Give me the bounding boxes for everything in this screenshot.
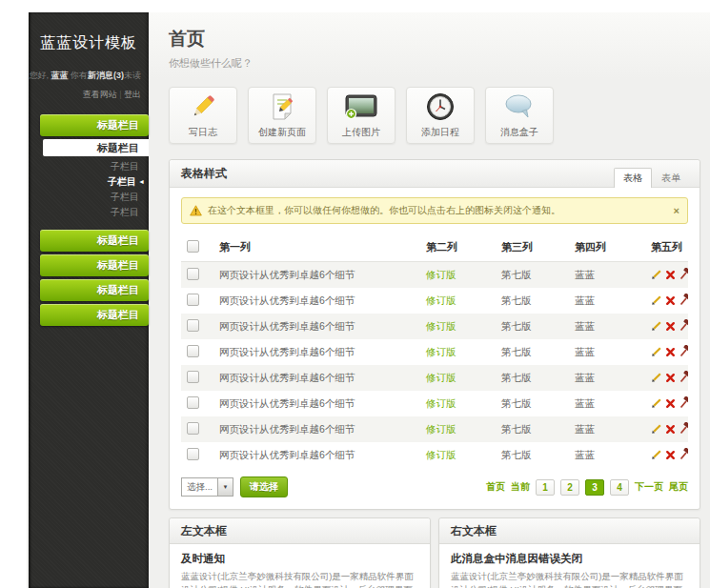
hammer-icon[interactable] [679,422,688,436]
pager-page-button[interactable]: 1 [536,479,555,496]
quick-action-button[interactable]: 消息盒子 [485,87,554,144]
pager-page-button[interactable]: 4 [610,479,629,496]
sidebar-item-label: 子栏目 [111,192,139,202]
edit-pencil-icon[interactable] [651,449,662,462]
pager-link[interactable]: 下一页 [635,480,663,494]
revision-link[interactable]: 修订版 [426,397,456,409]
cell-author: 蓝蓝 [571,416,647,442]
pager-link[interactable]: 当前 [511,480,530,494]
left-panel-heading: 及时通知 [181,552,418,566]
revision-link[interactable]: 修订版 [426,320,456,332]
pager-page-button[interactable]: 2 [560,479,579,496]
bulk-action-select[interactable]: 选择... ▼ [181,477,233,497]
row-checkbox[interactable] [187,345,199,357]
left-panel-title: 左文本框 [170,524,227,537]
edit-pencil-icon[interactable] [651,372,662,385]
revision-link[interactable]: 修订版 [426,372,456,383]
sidebar-section-item[interactable]: 标题栏目 [40,304,149,326]
cell-author: 蓝蓝 [571,365,647,391]
data-table: 第一列第二列第三列第四列第五列网页设计从优秀到卓越6个细节修订版第七版蓝蓝网页设… [181,233,688,468]
column-header: 第二列 [422,233,497,262]
sidebar-sub-item[interactable]: 子栏目◄ [40,174,149,190]
pager-link[interactable]: 首页 [486,480,505,494]
row-actions [647,416,688,442]
table-panel-title: 表格样式 [170,167,227,180]
pager-page-button[interactable]: 3 [585,479,604,496]
sidebar-section-item[interactable]: 标题栏目 [43,139,149,156]
image-icon [345,91,377,122]
pager-link[interactable]: 尾页 [669,480,688,494]
cell-edition: 第七版 [497,365,571,391]
hammer-icon[interactable] [679,371,688,385]
hammer-icon[interactable] [679,396,688,411]
edit-pencil-icon[interactable] [651,320,662,334]
delete-icon[interactable] [665,347,676,359]
close-icon[interactable]: × [674,204,680,217]
delete-icon[interactable] [665,398,676,411]
cell-edition: 第七版 [497,262,571,289]
sidebar-section-item[interactable]: 标题栏目 [40,254,149,276]
hammer-icon[interactable] [679,294,688,308]
revision-link[interactable]: 修订版 [426,269,456,280]
new-message-count: 新消息(3) [88,71,124,80]
edit-pencil-icon[interactable] [651,346,662,359]
edit-pencil-icon[interactable] [651,397,662,411]
right-panel-title: 右文本框 [439,524,497,537]
view-site-link[interactable]: 查看网站 [83,90,117,99]
column-header: 第五列 [647,233,688,262]
row-checkbox[interactable] [187,396,199,409]
quick-action-label: 消息盒子 [500,126,538,139]
cell-author: 蓝蓝 [571,288,647,314]
panel-tab[interactable]: 表单 [652,168,690,188]
sidebar-sub-item[interactable]: 子栏目 [40,190,149,205]
hammer-icon[interactable] [679,268,688,282]
row-checkbox[interactable] [187,268,199,280]
row-checkbox[interactable] [187,319,199,332]
apply-button[interactable]: 请选择 [240,476,288,497]
cell-title: 网页设计从优秀到卓越6个细节 [215,365,422,391]
edit-pencil-icon[interactable] [651,294,662,308]
quick-action-button[interactable]: 写日志 [169,87,237,144]
sidebar-sub-item[interactable]: 子栏目 [40,159,149,174]
edit-pencil-icon[interactable] [651,423,662,436]
app-title: 蓝蓝设计模板 [32,33,145,53]
column-header: 第四列 [571,233,647,262]
revision-link[interactable]: 修订版 [426,423,456,435]
delete-icon[interactable] [665,321,676,334]
current-item-arrow-icon: ◄ [138,178,145,185]
edit-pencil-icon[interactable] [651,269,662,282]
row-actions [647,314,688,339]
sidebar-item-label: 标题栏目 [97,142,139,153]
sidebar-section-item[interactable]: 标题栏目 [40,279,149,301]
select-all-checkbox[interactable] [187,240,199,253]
delete-icon[interactable] [665,270,676,282]
hammer-icon[interactable] [679,345,688,359]
bulk-action-controls: 选择... ▼ 请选择 [181,476,288,497]
panel-tabs: 表格表单 [614,168,690,188]
row-checkbox[interactable] [187,422,199,435]
revision-link[interactable]: 修订版 [426,294,456,306]
hammer-icon[interactable] [679,448,688,462]
row-checkbox[interactable] [187,371,199,383]
sidebar-section-item[interactable]: 标题栏目 [40,114,149,136]
revision-link[interactable]: 修订版 [426,346,456,357]
logout-link[interactable]: 登出 [124,90,141,99]
delete-icon[interactable] [665,295,676,308]
row-checkbox[interactable] [187,448,199,460]
delete-icon[interactable] [665,450,676,462]
quick-action-button[interactable]: 创建新页面 [248,87,316,144]
panel-tab[interactable]: 表格 [614,168,652,188]
sidebar-section-item[interactable]: 标题栏目 [40,230,149,252]
notice-text: 在这个文本框里，你可以做任何你想做的。你也可以点击右上的图标关闭这个通知。 [208,204,560,217]
right-text-panel: 右文本框 此消息盒中消息因错误关闭 蓝蓝设计(北京兰亭妙微科技有限公司)是一家精… [438,517,700,588]
row-checkbox[interactable] [187,294,199,306]
sidebar-item-label: 子栏目 [108,176,136,187]
quick-action-button[interactable]: 添加日程 [406,87,475,144]
hammer-icon[interactable] [679,319,688,334]
row-actions [647,288,688,314]
revision-link[interactable]: 修订版 [426,449,456,460]
delete-icon[interactable] [665,373,676,385]
delete-icon[interactable] [665,424,676,436]
quick-action-button[interactable]: 上传图片 [327,87,396,144]
sidebar-sub-item[interactable]: 子栏目 [40,205,149,220]
